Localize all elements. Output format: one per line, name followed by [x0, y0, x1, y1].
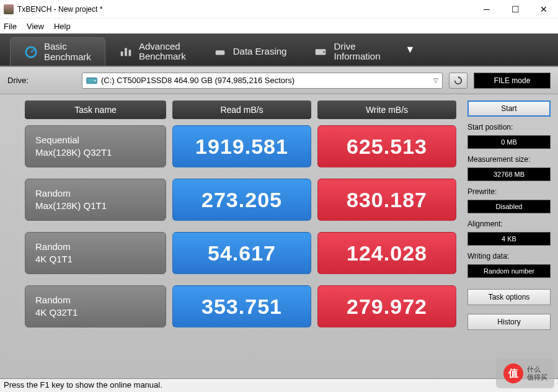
- svg-point-9: [94, 79, 95, 81]
- task-line2: 4K Q32T1: [35, 306, 156, 319]
- results-panel: Task name Read mB/s Write mB/s Sequentia…: [25, 100, 456, 381]
- history-button[interactable]: History: [467, 314, 551, 330]
- prewrite-value[interactable]: Disabled: [467, 200, 551, 213]
- task-line2: Max(128K) Q32T1: [35, 146, 156, 159]
- watermark-line2: 值得买: [527, 373, 547, 381]
- close-button[interactable]: ✕: [529, 0, 558, 19]
- task-line1: Sequential: [35, 134, 156, 146]
- alignment-label: Alignment:: [467, 220, 551, 228]
- start-button[interactable]: Start: [467, 100, 551, 117]
- result-row: Random 4K Q1T1 54.617 124.028: [25, 232, 456, 274]
- header-task: Task name: [25, 100, 166, 119]
- file-mode-button[interactable]: FILE mode: [474, 73, 551, 89]
- watermark: 值 什么 值得买: [496, 359, 554, 388]
- svg-rect-3: [125, 48, 127, 56]
- tab-drive-information[interactable]: Drive Information: [300, 37, 394, 66]
- refresh-icon: [453, 76, 463, 86]
- read-value[interactable]: 1919.581: [172, 125, 311, 167]
- watermark-line1: 什么: [527, 365, 547, 373]
- tab-label: Advanced Benchmark: [139, 42, 186, 62]
- task-line1: Random: [35, 241, 156, 253]
- write-value[interactable]: 625.513: [317, 125, 456, 167]
- write-value[interactable]: 830.187: [317, 179, 456, 221]
- svg-rect-4: [128, 50, 131, 56]
- drive-selected-text: (C:) CT500P1SSD8 464.90 GB (974,985,216 …: [101, 76, 294, 85]
- watermark-badge: 值: [503, 363, 523, 383]
- drive-info-icon: [314, 45, 327, 58]
- tab-label: Data Erasing: [233, 47, 287, 57]
- titlebar: TxBENCH - New project * ─ ☐ ✕: [0, 0, 558, 19]
- task-name-cell[interactable]: Sequential Max(128K) Q32T1: [25, 125, 166, 167]
- task-options-button[interactable]: Task options: [467, 289, 551, 305]
- eraser-icon: [213, 45, 227, 58]
- header-write: Write mB/s: [317, 100, 456, 119]
- svg-line-1: [31, 50, 34, 52]
- prewrite-label: Prewrite:: [467, 187, 551, 196]
- task-name-cell[interactable]: Random 4K Q32T1: [25, 285, 166, 327]
- tab-strip: Basic Benchmark Advanced Benchmark Data …: [0, 33, 558, 67]
- menubar: File View Help: [0, 19, 558, 33]
- result-row: Random Max(128K) Q1T1 273.205 830.187: [25, 179, 456, 221]
- main-area: Task name Read mB/s Write mB/s Sequentia…: [0, 94, 558, 386]
- chevron-down-icon: ▽: [433, 77, 438, 84]
- start-position-value[interactable]: 0 MB: [467, 135, 551, 149]
- window-title: TxBENCH - New project *: [17, 5, 472, 14]
- measurement-size-value[interactable]: 32768 MB: [467, 167, 551, 181]
- bar-chart-icon: [119, 45, 133, 58]
- measurement-size-label: Measurement size:: [467, 155, 551, 164]
- task-line1: Random: [35, 187, 156, 200]
- write-value[interactable]: 279.972: [317, 285, 456, 327]
- read-value[interactable]: 353.751: [172, 285, 311, 327]
- gauge-icon: [24, 45, 38, 59]
- app-icon: [4, 4, 14, 14]
- result-row: Random 4K Q32T1 353.751 279.972: [25, 285, 456, 327]
- task-line2: Max(128K) Q1T1: [35, 200, 156, 212]
- writing-data-label: Writing data:: [467, 252, 551, 261]
- menu-file[interactable]: File: [4, 22, 17, 31]
- tab-basic-benchmark[interactable]: Basic Benchmark: [10, 37, 105, 66]
- status-bar: Press the F1 key to show the online manu…: [0, 378, 558, 392]
- task-name-cell[interactable]: Random Max(128K) Q1T1: [25, 179, 166, 221]
- task-line2: 4K Q1T1: [35, 253, 156, 265]
- side-panel: Start Start position: 0 MB Measurement s…: [467, 100, 551, 381]
- svg-rect-2: [121, 51, 123, 56]
- menu-help[interactable]: Help: [54, 22, 71, 31]
- watermark-text: 什么 值得买: [527, 365, 547, 381]
- read-value[interactable]: 273.205: [172, 179, 311, 221]
- minimize-button[interactable]: ─: [472, 0, 501, 19]
- write-value[interactable]: 124.028: [317, 232, 456, 274]
- writing-data-value[interactable]: Random number: [467, 264, 551, 278]
- start-position-label: Start position:: [467, 123, 551, 131]
- drive-label: Drive:: [7, 76, 76, 85]
- drive-select[interactable]: (C:) CT500P1SSD8 464.90 GB (974,985,216 …: [82, 73, 443, 89]
- tab-advanced-benchmark[interactable]: Advanced Benchmark: [105, 37, 200, 66]
- read-value[interactable]: 54.617: [172, 232, 311, 274]
- tab-overflow-dropdown[interactable]: ▼: [398, 44, 423, 55]
- menu-view[interactable]: View: [27, 22, 44, 31]
- alignment-value[interactable]: 4 KB: [467, 232, 551, 246]
- task-name-cell[interactable]: Random 4K Q1T1: [25, 232, 166, 274]
- disk-icon: [86, 76, 97, 85]
- tab-data-erasing[interactable]: Data Erasing: [200, 37, 301, 66]
- result-row: Sequential Max(128K) Q32T1 1919.581 625.…: [25, 125, 456, 167]
- header-read: Read mB/s: [172, 100, 311, 119]
- tab-label: Basic Benchmark: [44, 42, 91, 62]
- drive-row: Drive: (C:) CT500P1SSD8 464.90 GB (974,9…: [0, 67, 558, 94]
- svg-rect-5: [215, 50, 224, 55]
- refresh-button[interactable]: [449, 73, 467, 89]
- task-line1: Random: [35, 294, 156, 306]
- tab-label: Drive Information: [334, 42, 380, 62]
- maximize-button[interactable]: ☐: [501, 0, 529, 19]
- svg-point-7: [324, 51, 326, 53]
